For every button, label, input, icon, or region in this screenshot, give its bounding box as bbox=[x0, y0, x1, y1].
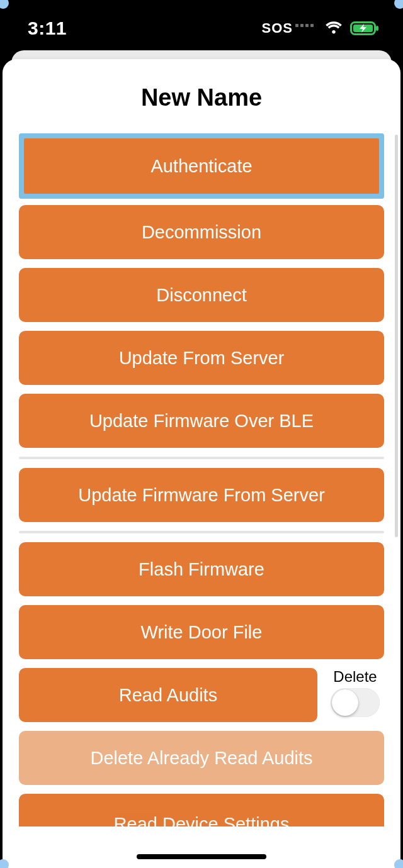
update-from-server-button[interactable]: Update From Server bbox=[19, 331, 384, 385]
home-indicator[interactable] bbox=[137, 854, 266, 859]
update-firmware-ble-button[interactable]: Update Firmware Over BLE bbox=[19, 394, 384, 448]
wifi-icon bbox=[324, 21, 344, 36]
section-divider bbox=[19, 457, 384, 459]
status-right: SOS bbox=[262, 20, 379, 36]
read-device-settings-button[interactable]: Read Device Settings bbox=[19, 794, 384, 826]
flash-firmware-button[interactable]: Flash Firmware bbox=[19, 542, 384, 596]
selection-handle bbox=[394, 859, 403, 868]
toggle-knob bbox=[332, 689, 358, 716]
battery-charging-icon bbox=[350, 21, 379, 36]
scrollbar[interactable] bbox=[395, 135, 398, 537]
delete-toggle-label: Delete bbox=[333, 668, 377, 686]
read-audits-row: Read Audits Delete bbox=[19, 668, 384, 722]
device-frame: 3:11 SOS New Name Authe bbox=[0, 0, 403, 868]
delete-toggle-group: Delete bbox=[326, 668, 384, 722]
update-firmware-server-button[interactable]: Update Firmware From Server bbox=[19, 468, 384, 522]
button-label: Flash Firmware bbox=[139, 559, 264, 580]
button-label: Write Door File bbox=[141, 622, 263, 643]
button-label: Read Device Settings bbox=[114, 814, 290, 826]
button-label: Decommission bbox=[142, 222, 261, 243]
button-label: Update Firmware Over BLE bbox=[89, 411, 314, 431]
disconnect-button[interactable]: Disconnect bbox=[19, 268, 384, 322]
cellular-dots-icon bbox=[295, 24, 314, 27]
read-audits-button[interactable]: Read Audits bbox=[19, 668, 317, 722]
modal-sheet: New Name Authenticate Decommission Disco… bbox=[3, 59, 400, 868]
delete-toggle[interactable] bbox=[331, 688, 380, 717]
scroll-area[interactable]: Authenticate Decommission Disconnect Upd… bbox=[3, 133, 400, 868]
section-divider bbox=[19, 531, 384, 533]
svg-rect-2 bbox=[376, 26, 378, 31]
status-time: 3:11 bbox=[28, 18, 67, 39]
button-label: Disconnect bbox=[156, 285, 246, 306]
authenticate-button[interactable]: Authenticate bbox=[19, 133, 384, 199]
button-label: Delete Already Read Audits bbox=[90, 748, 312, 769]
button-label: Authenticate bbox=[150, 156, 252, 177]
button-label: Update Firmware From Server bbox=[78, 485, 325, 506]
button-label: Update From Server bbox=[119, 348, 285, 369]
status-bar: 3:11 SOS bbox=[0, 0, 403, 57]
button-label: Read Audits bbox=[119, 685, 217, 706]
decommission-button[interactable]: Decommission bbox=[19, 205, 384, 259]
delete-already-read-audits-button[interactable]: Delete Already Read Audits bbox=[19, 731, 384, 785]
sos-indicator: SOS bbox=[262, 20, 293, 36]
write-door-file-button[interactable]: Write Door File bbox=[19, 605, 384, 659]
page-title: New Name bbox=[3, 84, 400, 111]
